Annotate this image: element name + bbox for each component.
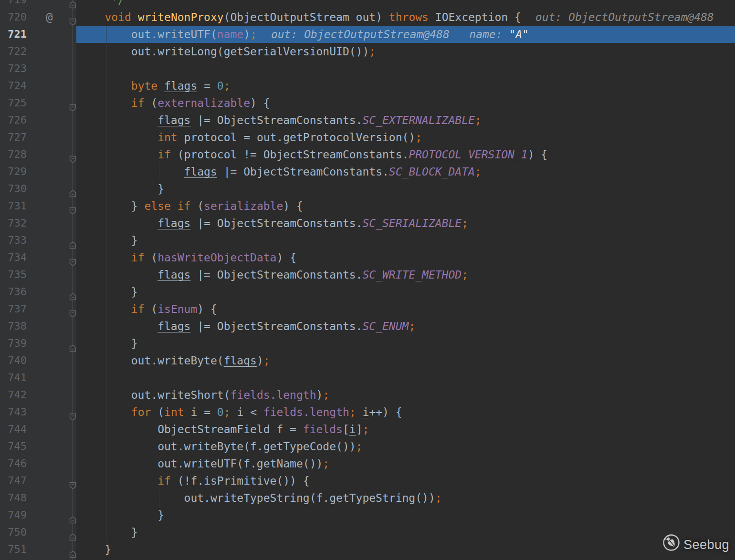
line-number[interactable]: 750 bbox=[0, 524, 27, 541]
line-number[interactable]: 734 bbox=[0, 249, 27, 266]
line-number[interactable]: 741 bbox=[0, 369, 27, 386]
code-line-row: 748 out.writeTypeString(f.getTypeString(… bbox=[0, 489, 735, 507]
code-line-text[interactable]: void writeNonProxy(ObjectOutputStream ou… bbox=[76, 9, 714, 26]
code-line-row: 746 out.writeUTF(f.getName()); bbox=[0, 455, 735, 472]
line-number[interactable]: 751 bbox=[0, 541, 27, 558]
fold-start-icon[interactable] bbox=[69, 99, 76, 107]
code-line-text[interactable]: flags |= ObjectStreamConstants.SC_BLOCK_… bbox=[76, 163, 482, 180]
code-line-text[interactable]: flags |= ObjectStreamConstants.SC_WRITE_… bbox=[76, 266, 468, 283]
line-number[interactable]: 744 bbox=[0, 421, 27, 438]
line-number[interactable]: 749 bbox=[0, 507, 27, 524]
annotation-indicator-icon[interactable]: @ bbox=[46, 9, 59, 26]
code-line-text[interactable]: out.writeUTF(name);out: ObjectOutputStre… bbox=[76, 26, 529, 43]
code-token: ; bbox=[435, 492, 442, 504]
fold-end-icon[interactable] bbox=[69, 529, 76, 536]
line-number[interactable]: 732 bbox=[0, 215, 27, 232]
line-number[interactable]: 719 bbox=[0, 0, 27, 9]
code-token: writeNonProxy bbox=[138, 11, 224, 23]
code-line-text[interactable]: } bbox=[76, 180, 164, 197]
code-line-text[interactable]: if (hasWriteObjectData) { bbox=[76, 249, 296, 266]
line-number[interactable]: 740 bbox=[0, 352, 27, 369]
fold-start-icon[interactable] bbox=[69, 305, 76, 313]
code-token: ; bbox=[250, 28, 257, 41]
line-number[interactable]: 743 bbox=[0, 404, 27, 421]
line-number[interactable]: 729 bbox=[0, 163, 27, 180]
fold-end-icon[interactable] bbox=[69, 288, 76, 296]
line-number[interactable]: 747 bbox=[0, 472, 27, 489]
code-line-text[interactable]: out.writeByte(f.getTypeCode()); bbox=[76, 438, 362, 455]
line-number[interactable]: 731 bbox=[0, 197, 27, 215]
code-line-text[interactable]: ObjectStreamField f = fields[i]; bbox=[76, 421, 369, 438]
code-line-text[interactable]: int protocol = out.getProtocolVersion(); bbox=[76, 129, 422, 146]
code-line-text[interactable]: if (protocol != ObjectStreamConstants.PR… bbox=[76, 146, 547, 163]
code-token: flags bbox=[224, 354, 257, 367]
code-line-text[interactable] bbox=[76, 369, 78, 386]
code-token: < bbox=[243, 406, 263, 418]
code-line-text[interactable]: for (int i = 0; i < fields.length; i++) … bbox=[76, 404, 402, 421]
line-number[interactable]: 733 bbox=[0, 232, 27, 249]
code-line-row: 742 out.writeShort(fields.length); bbox=[0, 386, 735, 404]
fold-end-icon[interactable] bbox=[69, 0, 76, 4]
code-line-text[interactable]: } bbox=[76, 283, 138, 301]
line-number[interactable]: 728 bbox=[0, 146, 27, 163]
code-line-text[interactable]: out.writeLong(getSerialVersionUID()); bbox=[76, 43, 376, 60]
line-number[interactable]: 735 bbox=[0, 266, 27, 283]
line-number[interactable]: 736 bbox=[0, 283, 27, 301]
code-token: flags bbox=[158, 269, 190, 281]
line-number[interactable]: 726 bbox=[0, 112, 27, 129]
line-number[interactable]: 725 bbox=[0, 94, 27, 112]
line-number[interactable]: 724 bbox=[0, 77, 27, 94]
line-number[interactable]: 727 bbox=[0, 129, 27, 146]
line-number[interactable]: 723 bbox=[0, 60, 27, 77]
code-line-text[interactable]: */ bbox=[76, 0, 125, 9]
code-line-text[interactable]: } else if (serializable) { bbox=[76, 197, 303, 215]
code-token: if bbox=[131, 251, 145, 264]
code-line-text[interactable]: out.writeShort(fields.length); bbox=[76, 386, 329, 404]
code-token: int bbox=[158, 131, 178, 144]
line-number[interactable]: 745 bbox=[0, 438, 27, 455]
code-line-text[interactable]: } bbox=[76, 541, 111, 558]
fold-end-icon[interactable] bbox=[69, 237, 76, 244]
code-line-text[interactable]: out.writeByte(flags); bbox=[76, 352, 270, 369]
fold-end-icon[interactable] bbox=[69, 340, 76, 347]
code-line-text[interactable]: } bbox=[76, 232, 138, 249]
code-line-text[interactable]: out.writeTypeString(f.getTypeString()); bbox=[76, 489, 442, 507]
fold-start-icon[interactable] bbox=[69, 477, 76, 485]
code-token: SC_EXTERNALIZABLE bbox=[362, 114, 474, 126]
line-number[interactable]: 738 bbox=[0, 318, 27, 335]
code-token: name bbox=[217, 28, 243, 41]
fold-start-icon[interactable] bbox=[69, 408, 76, 416]
code-line-text[interactable] bbox=[76, 60, 78, 77]
line-number[interactable]: 721 bbox=[0, 26, 27, 43]
fold-start-icon[interactable] bbox=[69, 13, 76, 21]
line-number[interactable]: 730 bbox=[0, 180, 27, 197]
line-number[interactable]: 746 bbox=[0, 455, 27, 472]
code-line-text[interactable]: out.writeUTF(f.getName()); bbox=[76, 455, 329, 472]
line-number[interactable]: 722 bbox=[0, 43, 27, 60]
code-line-text[interactable]: flags |= ObjectStreamConstants.SC_EXTERN… bbox=[76, 112, 482, 129]
code-token: ; bbox=[462, 269, 468, 281]
line-number[interactable]: 720 bbox=[0, 9, 27, 26]
code-line-text[interactable]: if (externalizable) { bbox=[76, 94, 270, 112]
code-line-text[interactable]: flags |= ObjectStreamConstants.SC_SERIAL… bbox=[76, 215, 468, 232]
code-line-text[interactable]: byte flags = 0; bbox=[76, 77, 231, 94]
fold-end-icon[interactable] bbox=[69, 546, 76, 553]
fold-end-icon[interactable] bbox=[69, 511, 76, 519]
code-line-row: 726 flags |= ObjectStreamConstants.SC_EX… bbox=[0, 112, 735, 129]
code-line-text[interactable]: if (!f.isPrimitive()) { bbox=[76, 472, 310, 489]
code-line-text[interactable]: flags |= ObjectStreamConstants.SC_ENUM; bbox=[76, 318, 415, 335]
code-token: if bbox=[158, 475, 171, 487]
line-number[interactable]: 742 bbox=[0, 386, 27, 404]
fold-end-icon[interactable] bbox=[69, 185, 76, 193]
fold-start-icon[interactable] bbox=[69, 151, 76, 158]
code-line-text[interactable]: } bbox=[76, 335, 138, 352]
code-line-text[interactable]: if (isEnum) { bbox=[76, 301, 217, 318]
code-line-text[interactable]: } bbox=[76, 524, 138, 541]
fold-start-icon[interactable] bbox=[69, 202, 76, 210]
code-line-row: 740 out.writeByte(flags); bbox=[0, 352, 735, 369]
line-number[interactable]: 739 bbox=[0, 335, 27, 352]
fold-start-icon[interactable] bbox=[69, 254, 76, 261]
line-number[interactable]: 737 bbox=[0, 301, 27, 318]
code-line-text[interactable]: } bbox=[76, 507, 164, 524]
line-number[interactable]: 748 bbox=[0, 489, 27, 507]
